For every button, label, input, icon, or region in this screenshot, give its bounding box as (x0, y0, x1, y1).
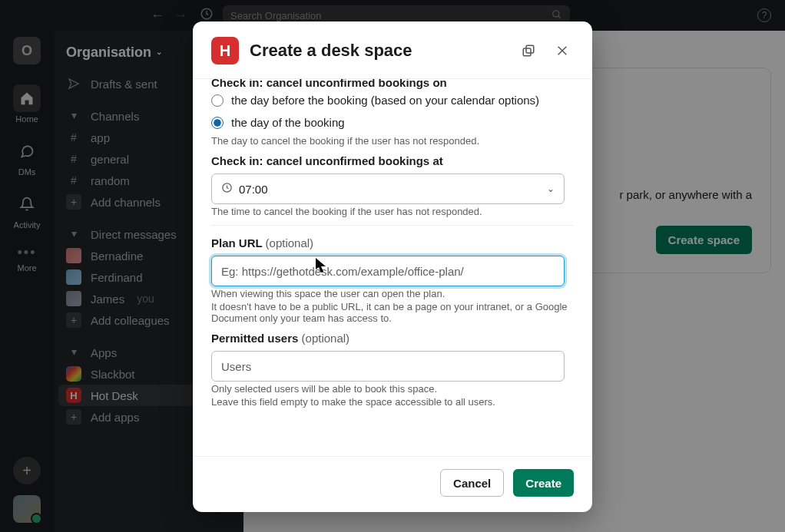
svg-rect-3 (526, 45, 534, 53)
plan-url-label: Plan URL (optional) (211, 236, 574, 249)
radio-day-of[interactable]: the day of the booking (211, 111, 574, 134)
checkin-on-helper: The day to cancel the booking if the use… (211, 135, 574, 147)
plan-helper-2: It doesn't have to be a public URL, it c… (211, 301, 574, 324)
checkin-on-label: Check in: cancel unconfirmed bookings on (211, 78, 574, 89)
permitted-helper-1: Only selected users will be able to book… (211, 383, 574, 395)
hotdesk-icon: H (211, 37, 239, 64)
permitted-users-input[interactable]: Users (211, 351, 565, 382)
modal-title: Create a desk space (250, 41, 506, 61)
checkin-time-select[interactable]: 07:00 ⌄ (211, 173, 565, 204)
create-button[interactable]: Create (513, 469, 574, 497)
plan-url-input[interactable]: Eg: https://gethotdesk.com/example/offic… (211, 256, 565, 286)
plan-helper-1: When viewing this space the user can ope… (211, 288, 574, 299)
chevron-down-icon: ⌄ (547, 183, 555, 194)
svg-rect-4 (523, 48, 531, 56)
clock-icon (221, 182, 233, 196)
checkin-at-helper: The time to cancel the booking if the us… (211, 206, 574, 217)
cancel-button[interactable]: Cancel (440, 469, 504, 497)
divider (211, 225, 574, 226)
permitted-users-label: Permitted users (optional) (211, 332, 574, 345)
checkin-at-label: Check in: cancel unconfirmed bookings at (211, 154, 574, 167)
close-icon[interactable] (551, 39, 574, 62)
create-desk-space-modal: H Create a desk space Check in: cancel u… (193, 21, 592, 512)
permitted-helper-2: Leave this field empty to make the space… (211, 396, 574, 408)
new-window-icon[interactable] (517, 39, 540, 62)
modal-body[interactable]: Check in: cancel unconfirmed bookings on… (193, 78, 592, 456)
radio-day-before[interactable]: the day before the booking (based on you… (211, 89, 574, 111)
